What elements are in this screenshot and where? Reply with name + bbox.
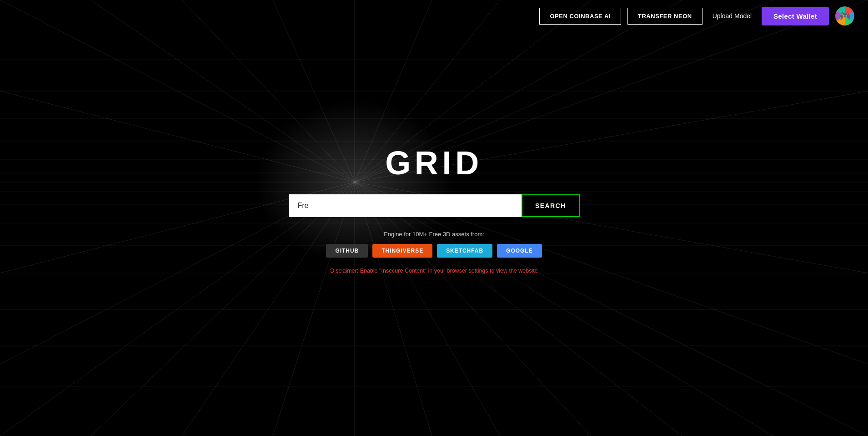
page-title: GRID	[385, 144, 483, 182]
disclaimer-text: Disclaimer: Enable "Insecure Content" in…	[330, 268, 537, 274]
source-thingiverse-button[interactable]: THINGIVERSE	[372, 244, 432, 258]
search-input[interactable]	[289, 194, 522, 217]
main-content: GRID SEARCH Engine for 10M+ Free 3D asse…	[0, 0, 868, 436]
select-wallet-button[interactable]: Select Wallet	[762, 7, 829, 25]
source-buttons: GITHUB THINGIVERSE SKETCHFAB GOOGLE	[326, 244, 542, 258]
engine-label: Engine for 10M+ Free 3D assets from:	[384, 231, 484, 238]
open-coinbase-button[interactable]: OPEN COINBASE AI	[539, 8, 621, 25]
navbar: OPEN COINBASE AI TRANSFER NEON Upload Mo…	[0, 0, 868, 32]
source-google-button[interactable]: GOOGLE	[497, 244, 542, 258]
avatar[interactable]: 🎮	[835, 6, 854, 25]
source-sketchfab-button[interactable]: SKETCHFAB	[437, 244, 492, 258]
search-row: SEARCH	[289, 194, 580, 217]
transfer-neon-button[interactable]: TRANSFER NEON	[627, 8, 702, 25]
source-github-button[interactable]: GITHUB	[326, 244, 368, 258]
avatar-image: 🎮	[835, 6, 854, 25]
search-button[interactable]: SEARCH	[522, 194, 580, 217]
upload-model-button[interactable]: Upload Model	[709, 12, 755, 20]
